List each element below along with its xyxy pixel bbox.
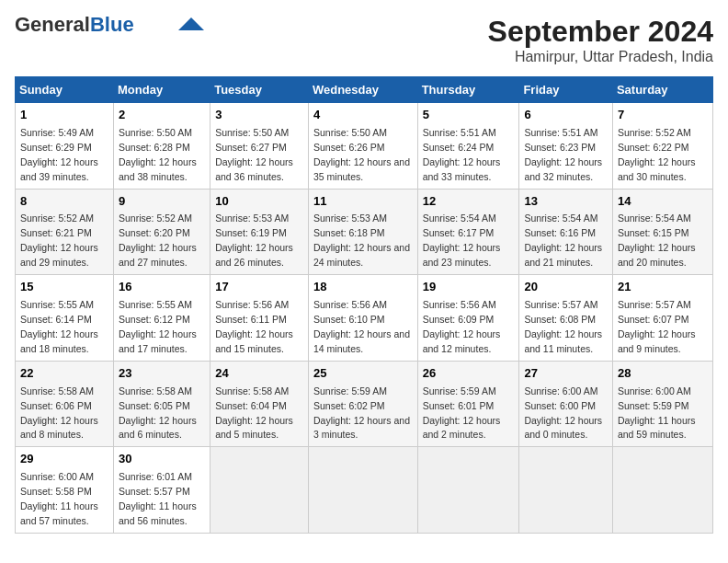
day-number: 20 <box>524 279 607 296</box>
day-info: Sunrise: 5:51 AMSunset: 6:23 PMDaylight:… <box>524 127 602 182</box>
day-number: 2 <box>119 107 205 124</box>
logo-icon <box>178 17 204 30</box>
list-item: 29 Sunrise: 6:00 AMSunset: 5:58 PMDaylig… <box>16 447 114 534</box>
table-row: 22 Sunrise: 5:58 AMSunset: 6:06 PMDaylig… <box>16 361 713 447</box>
svg-marker-0 <box>178 17 204 30</box>
day-number: 6 <box>524 107 607 124</box>
day-info: Sunrise: 5:59 AMSunset: 6:01 PMDaylight:… <box>423 385 501 441</box>
list-item: 16 Sunrise: 5:55 AMSunset: 6:12 PMDaylig… <box>114 275 210 362</box>
day-info: Sunrise: 5:50 AMSunset: 6:26 PMDaylight:… <box>313 127 410 182</box>
col-sunday: Sunday <box>16 77 114 103</box>
day-info: Sunrise: 5:55 AMSunset: 6:12 PMDaylight:… <box>119 299 197 354</box>
day-info: Sunrise: 5:54 AMSunset: 6:15 PMDaylight:… <box>618 213 696 268</box>
col-thursday: Thursday <box>417 77 519 103</box>
day-info: Sunrise: 5:58 AMSunset: 6:05 PMDaylight:… <box>119 385 197 441</box>
list-item <box>612 447 712 534</box>
list-item: 8 Sunrise: 5:52 AMSunset: 6:21 PMDayligh… <box>16 189 114 275</box>
day-number: 12 <box>423 193 515 211</box>
day-info: Sunrise: 5:52 AMSunset: 6:21 PMDaylight:… <box>20 213 98 268</box>
day-number: 5 <box>423 107 515 124</box>
day-info: Sunrise: 5:56 AMSunset: 6:11 PMDaylight:… <box>215 299 293 354</box>
list-item: 12 Sunrise: 5:54 AMSunset: 6:17 PMDaylig… <box>417 189 519 275</box>
list-item: 3 Sunrise: 5:50 AMSunset: 6:27 PMDayligh… <box>210 103 309 190</box>
list-item <box>417 447 519 534</box>
day-info: Sunrise: 5:58 AMSunset: 6:06 PMDaylight:… <box>20 385 98 441</box>
table-row: 15 Sunrise: 5:55 AMSunset: 6:14 PMDaylig… <box>16 275 713 362</box>
day-info: Sunrise: 5:56 AMSunset: 6:10 PMDaylight:… <box>313 299 410 354</box>
day-info: Sunrise: 5:53 AMSunset: 6:19 PMDaylight:… <box>215 213 293 268</box>
logo: GeneralBlue <box>15 15 204 35</box>
list-item: 2 Sunrise: 5:50 AMSunset: 6:28 PMDayligh… <box>114 103 210 190</box>
list-item: 26 Sunrise: 5:59 AMSunset: 6:01 PMDaylig… <box>417 361 519 447</box>
page-title: September 2024 <box>488 15 713 49</box>
day-info: Sunrise: 5:59 AMSunset: 6:02 PMDaylight:… <box>313 385 410 441</box>
day-number: 30 <box>119 451 205 468</box>
day-number: 24 <box>215 365 303 383</box>
title-block: September 2024 Hamirpur, Uttar Pradesh, … <box>488 15 713 65</box>
day-info: Sunrise: 5:50 AMSunset: 6:27 PMDaylight:… <box>215 127 293 182</box>
day-number: 7 <box>618 107 708 124</box>
list-item: 30 Sunrise: 6:01 AMSunset: 5:57 PMDaylig… <box>114 447 210 534</box>
list-item: 1 Sunrise: 5:49 AMSunset: 6:29 PMDayligh… <box>16 103 114 190</box>
day-info: Sunrise: 5:55 AMSunset: 6:14 PMDaylight:… <box>20 299 98 354</box>
day-number: 15 <box>20 279 108 296</box>
day-info: Sunrise: 6:01 AMSunset: 5:57 PMDaylight:… <box>119 471 197 526</box>
table-row: 29 Sunrise: 6:00 AMSunset: 5:58 PMDaylig… <box>16 447 713 534</box>
day-number: 28 <box>618 365 708 383</box>
list-item: 9 Sunrise: 5:52 AMSunset: 6:20 PMDayligh… <box>114 189 210 275</box>
list-item: 5 Sunrise: 5:51 AMSunset: 6:24 PMDayligh… <box>417 103 519 190</box>
list-item: 24 Sunrise: 5:58 AMSunset: 6:04 PMDaylig… <box>210 361 309 447</box>
day-info: Sunrise: 5:50 AMSunset: 6:28 PMDaylight:… <box>119 127 197 182</box>
list-item: 15 Sunrise: 5:55 AMSunset: 6:14 PMDaylig… <box>16 275 114 362</box>
list-item: 22 Sunrise: 5:58 AMSunset: 6:06 PMDaylig… <box>16 361 114 447</box>
list-item: 25 Sunrise: 5:59 AMSunset: 6:02 PMDaylig… <box>308 361 417 447</box>
list-item: 7 Sunrise: 5:52 AMSunset: 6:22 PMDayligh… <box>612 103 712 190</box>
list-item <box>519 447 612 534</box>
list-item: 4 Sunrise: 5:50 AMSunset: 6:26 PMDayligh… <box>308 103 417 190</box>
list-item: 6 Sunrise: 5:51 AMSunset: 6:23 PMDayligh… <box>519 103 612 190</box>
day-info: Sunrise: 5:52 AMSunset: 6:20 PMDaylight:… <box>119 213 197 268</box>
list-item: 13 Sunrise: 5:54 AMSunset: 6:16 PMDaylig… <box>519 189 612 275</box>
page-subtitle: Hamirpur, Uttar Pradesh, India <box>488 49 713 65</box>
day-number: 22 <box>20 365 108 383</box>
day-number: 1 <box>20 107 108 124</box>
day-number: 9 <box>119 193 205 211</box>
day-info: Sunrise: 5:57 AMSunset: 6:08 PMDaylight:… <box>524 299 602 354</box>
list-item: 23 Sunrise: 5:58 AMSunset: 6:05 PMDaylig… <box>114 361 210 447</box>
day-number: 11 <box>313 193 413 211</box>
day-number: 8 <box>20 193 108 211</box>
table-row: 1 Sunrise: 5:49 AMSunset: 6:29 PMDayligh… <box>16 103 713 190</box>
list-item: 18 Sunrise: 5:56 AMSunset: 6:10 PMDaylig… <box>308 275 417 362</box>
list-item <box>210 447 309 534</box>
list-item <box>308 447 417 534</box>
day-number: 13 <box>524 193 607 211</box>
day-number: 19 <box>423 279 515 296</box>
list-item: 20 Sunrise: 5:57 AMSunset: 6:08 PMDaylig… <box>519 275 612 362</box>
list-item: 27 Sunrise: 6:00 AMSunset: 6:00 PMDaylig… <box>519 361 612 447</box>
list-item: 28 Sunrise: 6:00 AMSunset: 5:59 PMDaylig… <box>612 361 712 447</box>
day-number: 10 <box>215 193 303 211</box>
calendar-table: Sunday Monday Tuesday Wednesday Thursday… <box>15 76 713 534</box>
day-number: 14 <box>618 193 708 211</box>
list-item: 19 Sunrise: 5:56 AMSunset: 6:09 PMDaylig… <box>417 275 519 362</box>
day-number: 23 <box>119 365 205 383</box>
day-info: Sunrise: 5:51 AMSunset: 6:24 PMDaylight:… <box>423 127 501 182</box>
page-header: GeneralBlue September 2024 Hamirpur, Utt… <box>15 15 713 65</box>
list-item: 17 Sunrise: 5:56 AMSunset: 6:11 PMDaylig… <box>210 275 309 362</box>
day-info: Sunrise: 5:52 AMSunset: 6:22 PMDaylight:… <box>618 127 696 182</box>
day-number: 25 <box>313 365 413 383</box>
day-number: 3 <box>215 107 303 124</box>
list-item: 10 Sunrise: 5:53 AMSunset: 6:19 PMDaylig… <box>210 189 309 275</box>
list-item: 21 Sunrise: 5:57 AMSunset: 6:07 PMDaylig… <box>612 275 712 362</box>
calendar-header-row: Sunday Monday Tuesday Wednesday Thursday… <box>16 77 713 103</box>
day-info: Sunrise: 5:49 AMSunset: 6:29 PMDaylight:… <box>20 127 98 182</box>
day-number: 17 <box>215 279 303 296</box>
day-number: 26 <box>423 365 515 383</box>
col-saturday: Saturday <box>612 77 712 103</box>
list-item: 14 Sunrise: 5:54 AMSunset: 6:15 PMDaylig… <box>612 189 712 275</box>
col-friday: Friday <box>519 77 612 103</box>
day-info: Sunrise: 5:56 AMSunset: 6:09 PMDaylight:… <box>423 299 501 354</box>
col-wednesday: Wednesday <box>308 77 417 103</box>
day-number: 29 <box>20 451 108 468</box>
col-tuesday: Tuesday <box>210 77 309 103</box>
